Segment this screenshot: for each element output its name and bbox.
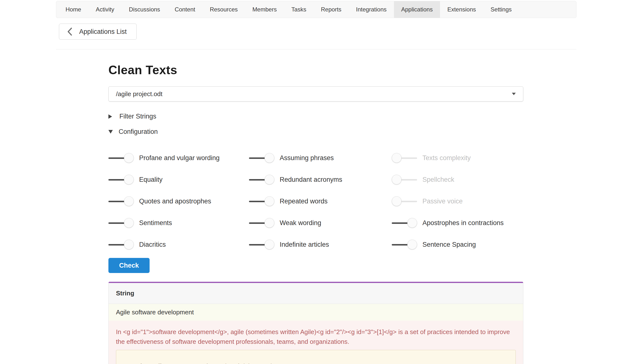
results-header: String (109, 283, 523, 304)
nav-item-label: Reports (321, 6, 341, 13)
nav-item-integrations[interactable]: Integrations (349, 1, 394, 18)
toggle-switch-assuming-phrases[interactable] (249, 153, 274, 163)
nav-item-label: Members (252, 6, 277, 13)
string-title: Agile software development (116, 309, 194, 316)
toggle-knob[interactable] (407, 240, 417, 249)
results-header-label: String (116, 289, 134, 297)
chevron-left-icon (67, 28, 72, 36)
toggle-switch-spellcheck[interactable] (392, 175, 417, 185)
nav-item-tasks[interactable]: Tasks (284, 1, 313, 18)
toggle-track (108, 179, 124, 181)
nav-item-resources[interactable]: Resources (203, 1, 245, 18)
toggle-switch-redundant-acronyms[interactable] (249, 175, 274, 185)
triangle-right-icon (108, 114, 112, 119)
toggle-row-diacritics: Diacritics (108, 234, 249, 255)
nav-item-activity[interactable]: Activity (88, 1, 121, 18)
toggle-switch-quotes-and-apostrophes[interactable] (108, 196, 134, 206)
section-toggle-configuration[interactable]: Configuration (108, 128, 523, 136)
toggle-label: Weak wording (280, 219, 321, 227)
check-button[interactable]: Check (108, 258, 150, 273)
toggle-label: Sentence Spacing (422, 241, 476, 248)
toggle-track (401, 179, 417, 181)
toggle-knob[interactable] (265, 196, 274, 206)
toggle-knob[interactable] (265, 175, 274, 184)
toggle-row-assuming-phrases: Assuming phrases (249, 147, 392, 169)
toggle-track (249, 201, 265, 202)
toggle-switch-texts-complexity[interactable] (392, 153, 417, 163)
finding-category: Weak wording (128, 363, 169, 364)
toggle-label: Apostrophes in contractions (422, 219, 503, 227)
toggle-row-indefinite-articles: Indefinite articles (249, 234, 392, 255)
finding-box: Weak wording Don't use `sometimes`, it l… (116, 350, 516, 364)
toggle-knob[interactable] (392, 175, 401, 184)
toggle-switch-weak-wording[interactable] (249, 218, 274, 228)
toggle-switch-repeated-words[interactable] (249, 196, 274, 206)
nav-item-label: Discussions (129, 6, 160, 13)
toggle-knob[interactable] (265, 153, 274, 163)
main-content: Clean Texts /agile project.odt Filter St… (108, 63, 523, 364)
toggle-knob[interactable] (124, 218, 134, 228)
toggle-knob[interactable] (124, 153, 134, 163)
toggle-row-apostrophes-in-contractions: Apostrophes in contractions (392, 212, 523, 234)
toggle-row-quotes-and-apostrophes: Quotes and apostrophes (108, 190, 249, 212)
toggle-switch-diacritics[interactable] (108, 240, 134, 250)
toggle-switch-passive-voice[interactable] (392, 196, 417, 206)
toggle-track (108, 244, 124, 246)
toggle-row-repeated-words: Repeated words (249, 190, 392, 212)
nav-item-settings[interactable]: Settings (483, 1, 519, 18)
toggle-switch-equality[interactable] (108, 175, 134, 185)
issue-block: In <g id="1">software development</g>, a… (109, 321, 523, 364)
toggle-knob[interactable] (407, 218, 417, 228)
nav-item-label: Home (66, 6, 81, 13)
top-navbar: HomeActivityDiscussionsContentResourcesM… (56, 1, 576, 18)
toggle-column-3: Texts complexitySpellcheckPassive voiceA… (392, 147, 523, 255)
triangle-down-icon (108, 130, 113, 134)
toggle-knob[interactable] (124, 175, 134, 184)
toggle-label: Spellcheck (422, 176, 454, 183)
toggle-track (401, 158, 417, 159)
toggle-track (249, 158, 265, 159)
nav-item-applications[interactable]: Applications (394, 1, 440, 18)
toggle-label: Diacritics (139, 241, 166, 248)
toggle-label: Quotes and apostrophes (139, 198, 211, 205)
toggle-column-2: Assuming phrasesRedundant acronymsRepeat… (249, 147, 392, 255)
toggle-label: Repeated words (280, 198, 328, 205)
caret-down-icon (512, 93, 516, 95)
toggle-switch-profane-and-vulgar-wording[interactable] (108, 153, 134, 163)
toggle-track (249, 222, 265, 224)
applications-list-back-button[interactable]: Applications List (59, 24, 137, 40)
toggle-track (392, 222, 408, 224)
toggle-knob[interactable] (392, 196, 401, 206)
toggle-knob[interactable] (265, 240, 274, 249)
toggle-row-sentiments: Sentiments (108, 212, 249, 234)
nav-item-reports[interactable]: Reports (313, 1, 349, 18)
section-label: Filter Strings (119, 113, 156, 120)
nav-item-members[interactable]: Members (245, 1, 284, 18)
toggle-switch-sentiments[interactable] (108, 218, 134, 228)
toggle-switch-apostrophes-in-contractions[interactable] (392, 218, 417, 228)
nav-item-home[interactable]: Home (58, 1, 88, 18)
string-row[interactable]: Agile software development (109, 304, 523, 321)
file-select-value: /agile project.odt (116, 90, 162, 98)
nav-item-discussions[interactable]: Discussions (121, 1, 167, 18)
nav-item-label: Activity (96, 6, 114, 13)
toggle-knob[interactable] (124, 196, 134, 206)
toggle-row-spellcheck: Spellcheck (392, 169, 523, 190)
toggle-knob[interactable] (124, 240, 134, 249)
section-toggle-filter-strings[interactable]: Filter Strings (108, 113, 523, 120)
toggle-track (108, 158, 124, 159)
nav-list: HomeActivityDiscussionsContentResourcesM… (56, 1, 576, 18)
toggle-switch-indefinite-articles[interactable] (249, 240, 274, 250)
back-row: Applications List (56, 24, 576, 49)
nav-item-label: Resources (210, 6, 238, 13)
file-select[interactable]: /agile project.odt (108, 86, 523, 101)
toggle-switch-sentence-spacing[interactable] (392, 240, 417, 250)
nav-item-content[interactable]: Content (167, 1, 203, 18)
toggle-knob[interactable] (265, 218, 274, 228)
nav-item-extensions[interactable]: Extensions (440, 1, 483, 18)
toggle-row-texts-complexity: Texts complexity (392, 147, 523, 169)
toggle-knob[interactable] (392, 153, 401, 163)
toggle-label: Texts complexity (422, 154, 471, 162)
toggle-label: Profane and vulgar wording (139, 154, 220, 162)
issue-text: In <g id="1">software development</g>, a… (116, 327, 516, 347)
